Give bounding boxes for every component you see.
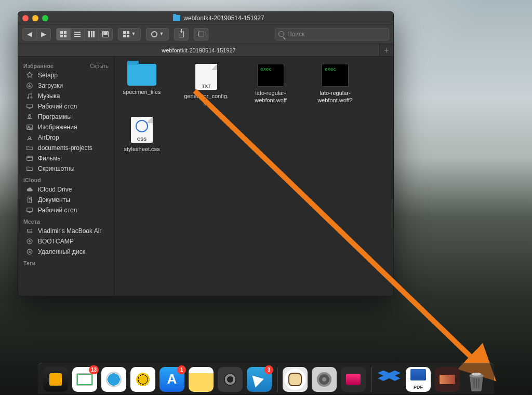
sidebar-item[interactable]: Скриншотны [18,164,114,174]
back-button[interactable]: ◀ [22,28,37,40]
file-item[interactable]: CSSstylesheet.css [119,117,164,153]
setapp-icon [25,72,34,79]
svg-point-11 [27,239,32,244]
exec-file-icon: exec [322,64,349,87]
tags-button[interactable] [194,28,208,40]
sidebar-section-header: ИзбранноеСкрыть [18,60,114,70]
folder-icon [173,15,180,21]
dock-app-pdf[interactable] [406,367,431,392]
search-icon [278,31,284,37]
file-label: stylesheet.css [119,146,164,153]
sidebar-section-title: Избранное [23,63,54,69]
txt-file-icon: TXT [195,64,217,90]
view-list-button[interactable] [70,28,85,40]
sidebar: ИзбранноеСкрытьSetappЗагрузкиМузыкаРабоч… [18,57,114,296]
dock-app-jdown[interactable] [130,367,155,392]
dock-app-logic[interactable] [218,367,243,392]
svg-point-14 [29,251,31,253]
folder-icon [25,165,34,172]
sidebar-item[interactable]: documents-projects [18,143,114,153]
svg-point-6 [29,137,31,139]
sidebar-item-label: AirDrop [38,134,59,141]
file-item[interactable]: TXTgenerator_config.txt [184,64,229,107]
desktop: webfontkit-20190514-151927 ◀ ▶ ▼ ▼ Поиск [0,0,532,395]
movies-icon [25,155,34,162]
svg-point-12 [29,241,31,242]
window-title: webfontkit-20190514-151927 [48,15,389,22]
tab-new-button[interactable]: + [380,44,393,56]
sidebar-item[interactable]: Изображения [18,122,114,132]
zoom-button[interactable] [42,15,48,21]
badge: 3 [264,365,273,374]
action-button[interactable]: ▼ [146,28,169,40]
nav-buttons: ◀ ▶ [22,28,51,40]
sidebar-section-header: iCloud [18,174,114,184]
sidebar-item[interactable]: AirDrop [18,132,114,143]
titlebar[interactable]: webfontkit-20190514-151927 [18,12,393,24]
sidebar-item[interactable]: Фильмы [18,153,114,164]
file-grid[interactable]: specimen_filesTXTgenerator_config.txtexe… [114,57,393,296]
sidebar-section-title: Теги [23,260,35,266]
share-icon [179,31,184,37]
sidebar-item-label: Музыка [38,92,60,100]
window-title-text: webfontkit-20190514-151927 [183,15,264,22]
dock-app-mail[interactable]: 13 [72,367,97,392]
svg-rect-4 [27,125,33,130]
sidebar-item[interactable]: iCloud Drive [18,184,114,195]
sidebar-hide-button[interactable]: Скрыть [90,63,109,69]
sidebar-item[interactable]: Рабочий стол [18,101,114,112]
sidebar-item-label: Setapp [38,72,58,79]
search-field[interactable]: Поиск [275,28,389,40]
sidebar-item[interactable]: Vladimir's MacBook Air [18,226,114,236]
sidebar-section-title: iCloud [23,177,41,183]
dock-app-dropbox[interactable] [377,367,402,392]
sidebar-section-header: Места [18,215,114,226]
svg-point-13 [27,249,32,254]
sidebar-item[interactable]: Музыка [18,91,114,101]
svg-rect-18 [476,378,477,388]
badge: 13 [89,365,99,374]
file-item[interactable]: execlato-regular-webfont.woff2 [313,64,357,107]
sidebar-section-header: Теги [18,257,114,267]
sidebar-item[interactable]: Рабочий стол [18,205,114,215]
file-item[interactable]: execlato-regular-webfont.woff [248,64,293,107]
airdrop-icon [25,134,34,141]
dock-app-forklift[interactable] [43,367,68,392]
tab-active[interactable]: webfontkit-20190514-151927 [18,44,380,56]
dock-app-cleanmac[interactable] [341,367,366,392]
sidebar-item-label: Удаленный диск [38,248,85,255]
view-switcher [56,28,113,40]
sidebar-item-label: iCloud Drive [38,186,72,193]
forward-button[interactable]: ▶ [36,28,51,40]
arrange-button[interactable]: ▼ [118,28,141,40]
svg-point-2 [31,97,32,98]
dock-app-iina[interactable] [435,367,460,392]
sidebar-item[interactable]: Setapp [18,70,114,80]
dock-app-bear[interactable] [283,367,308,392]
share-button[interactable] [174,28,189,40]
dock-app-sysprefs[interactable] [312,367,337,392]
file-item[interactable]: specimen_files [119,64,164,107]
images-icon [25,124,34,131]
sidebar-item[interactable]: BOOTCAMP [18,236,114,247]
close-button[interactable] [22,15,29,21]
sidebar-item[interactable]: Загрузки [18,80,114,91]
sidebar-item[interactable]: Удаленный диск [18,247,114,257]
sidebar-item[interactable]: Документы [18,195,114,205]
finder-window: webfontkit-20190514-151927 ◀ ▶ ▼ ▼ Поиск [18,11,394,296]
sidebar-item-label: Фильмы [38,155,62,162]
view-columns-button[interactable] [84,28,99,40]
sidebar-item[interactable]: Программы [18,112,114,122]
folder-icon [127,64,156,86]
minimize-button[interactable] [32,15,38,21]
view-icons-button[interactable] [56,28,71,40]
sidebar-section-title: Места [23,219,40,225]
view-gallery-button[interactable] [98,28,113,40]
dock-app-appstore[interactable]: 1 [159,367,184,392]
dock-app-trash[interactable] [464,367,489,392]
tag-icon [198,32,204,36]
dock-app-telegram[interactable]: 3 [247,367,272,392]
dock-app-notes[interactable] [189,367,214,392]
dock-app-safari[interactable] [101,367,126,392]
file-label: generator_config.txt [184,93,229,107]
